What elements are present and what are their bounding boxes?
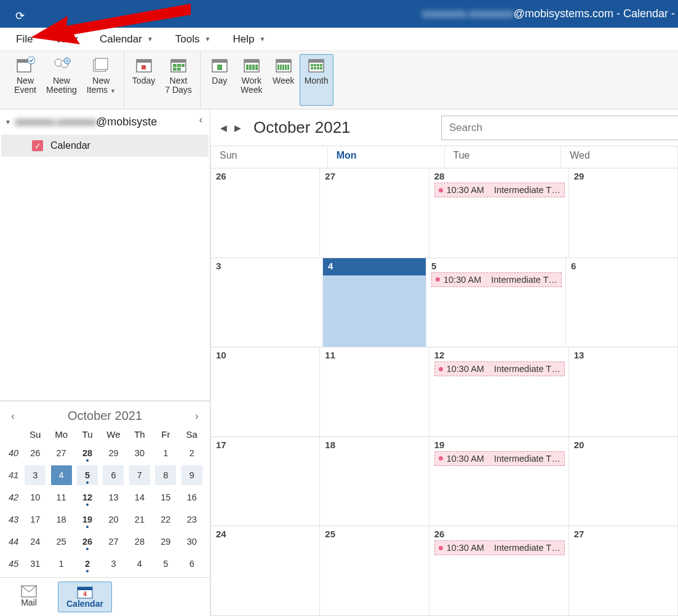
minical-day[interactable]: 1 [153, 442, 178, 464]
minical-day[interactable]: 2 [179, 442, 205, 464]
calendar-cell[interactable]: 27 [320, 168, 429, 258]
calendar-cell[interactable]: 24 [210, 526, 320, 615]
checkbox-checked-icon[interactable]: ✓ [32, 140, 43, 151]
minical-day[interactable]: 29 [153, 531, 178, 553]
chevron-down-icon: ▼ [259, 36, 265, 42]
minical-day[interactable]: 17 [22, 508, 48, 531]
calendar-event[interactable]: 10:30 AM Intermediate T… [431, 272, 562, 287]
minical-day[interactable]: 3 [22, 464, 48, 486]
minical-day[interactable]: 21 [127, 508, 153, 531]
calendar-cell[interactable]: 2610:30 AM Intermediate T… [429, 526, 569, 615]
new-event-button[interactable]: NewEvent [9, 54, 41, 106]
minical-day[interactable]: 23 [179, 508, 205, 531]
calendar-cell[interactable]: 10 [210, 347, 320, 436]
minical-day[interactable]: 13 [100, 486, 126, 508]
menu-help[interactable]: Help▼ [228, 28, 270, 51]
minical-day[interactable]: 28 [74, 442, 100, 464]
work-week-view-button[interactable]: WorkWeek [236, 54, 268, 106]
refresh-icon[interactable]: ⟳ [15, 9, 25, 23]
collapse-sidebar-icon[interactable]: ‹ [199, 114, 202, 125]
calendar-cell[interactable]: 1210:30 AM Intermediate T… [429, 347, 569, 436]
calendar-event[interactable]: 10:30 AM Intermediate T… [434, 451, 565, 466]
minical-day[interactable]: 30 [127, 442, 153, 464]
minical-day[interactable]: 22 [153, 508, 178, 531]
svg-rect-30 [276, 60, 291, 63]
minical-day[interactable]: 24 [22, 531, 48, 553]
calendar-cell[interactable]: 29 [569, 168, 678, 258]
calendar-cell[interactable]: 510:30 AM Intermediate T… [426, 258, 566, 347]
minical-day[interactable]: 14 [127, 486, 153, 508]
minical-day[interactable]: 15 [153, 486, 178, 508]
calendar-cell[interactable]: 25 [320, 526, 429, 615]
minical-day[interactable]: 5 [74, 464, 100, 486]
calendar-cell[interactable]: 2810:30 AM Intermediate T… [429, 168, 569, 258]
svg-rect-33 [282, 65, 284, 70]
calendar-event[interactable]: 10:30 AM Intermediate T… [434, 183, 565, 197]
calendar-cell[interactable]: 11 [320, 347, 429, 436]
minical-day[interactable]: 9 [179, 464, 205, 486]
today-button[interactable]: Today [127, 54, 160, 106]
minical-prev[interactable]: ‹ [7, 411, 18, 422]
minical-day[interactable]: 26 [22, 442, 48, 464]
menu-calendar[interactable]: Calendar▼ [95, 28, 158, 51]
minical-day[interactable]: 29 [100, 442, 126, 464]
day-view-button[interactable]: Day [204, 54, 236, 106]
calendar-event[interactable]: 10:30 AM Intermediate T… [434, 540, 565, 555]
calendar-cell[interactable]: 26 [210, 168, 320, 258]
menu-file[interactable]: File [11, 28, 38, 51]
account-row[interactable]: ▼ xxxxxxxx.xxxxxxxx@mobisyste [0, 109, 210, 132]
minical-day[interactable]: 27 [100, 531, 126, 553]
next-month[interactable]: ▶ [231, 120, 245, 135]
calendar-cell[interactable]: 27 [569, 526, 678, 615]
minical-day[interactable]: 4 [127, 553, 153, 575]
minical-next[interactable]: › [191, 411, 202, 422]
minical-day[interactable]: 26 [74, 531, 100, 553]
minical-day[interactable]: 8 [153, 464, 178, 486]
menu-tools[interactable]: Tools▼ [170, 28, 216, 51]
week-view-button[interactable]: Week [268, 54, 300, 106]
calendar-cell[interactable]: 18 [320, 437, 429, 526]
prev-month[interactable]: ◀ [217, 120, 231, 135]
event-icon [14, 57, 36, 74]
calendar-cell[interactable]: 20 [569, 437, 678, 526]
minical-day[interactable]: 3 [100, 553, 126, 575]
minical-day[interactable]: 4 [48, 464, 74, 486]
next-7-days-button[interactable]: Next7 Days [160, 54, 197, 106]
nav-mail[interactable]: Mail [12, 582, 46, 612]
minical-day[interactable]: 11 [48, 486, 74, 508]
calendar-cell[interactable]: 13 [569, 347, 678, 436]
minical-day[interactable]: 2 [74, 553, 100, 575]
minical-day[interactable]: 6 [100, 464, 126, 486]
minical-day[interactable]: 25 [48, 531, 74, 553]
calendar-cell[interactable]: 4 [323, 258, 426, 347]
new-items-button[interactable]: NewItems ▼ [82, 54, 121, 106]
nav-calendar[interactable]: 4 Calendar [58, 582, 112, 612]
minical-day[interactable]: 18 [48, 508, 74, 531]
minical-day[interactable]: 5 [153, 553, 178, 575]
svg-rect-44 [317, 67, 319, 69]
calendar-checkbox-row[interactable]: ✓ Calendar [1, 135, 209, 157]
minical-day[interactable]: 28 [127, 531, 153, 553]
minical-day[interactable]: 31 [22, 553, 48, 575]
meeting-icon: + [50, 57, 73, 74]
minical-day[interactable]: 10 [22, 486, 48, 508]
new-meeting-button[interactable]: + NewMeeting [41, 54, 82, 106]
calendar-cell[interactable]: 1910:30 AM Intermediate T… [429, 437, 569, 526]
minical-day[interactable]: 30 [179, 531, 205, 553]
minical-day[interactable]: 20 [100, 508, 126, 531]
minical-day[interactable]: 19 [74, 508, 100, 531]
calendar-cell[interactable]: 6 [566, 258, 678, 347]
month-view-button[interactable]: Month [300, 54, 333, 106]
search-input[interactable] [441, 116, 678, 140]
svg-rect-34 [285, 65, 287, 70]
minical-day[interactable]: 27 [48, 442, 74, 464]
minical-day[interactable]: 16 [179, 486, 205, 508]
minical-day[interactable]: 1 [48, 553, 74, 575]
calendar-cell[interactable]: 17 [210, 437, 320, 526]
calendar-event[interactable]: 10:30 AM Intermediate T… [434, 361, 565, 376]
minical-day[interactable]: 12 [74, 486, 100, 508]
minical-day[interactable]: 7 [127, 464, 153, 486]
minical-day[interactable]: 6 [179, 553, 205, 575]
menu-view[interactable]: View [50, 28, 82, 51]
calendar-cell[interactable]: 3 [210, 258, 323, 347]
